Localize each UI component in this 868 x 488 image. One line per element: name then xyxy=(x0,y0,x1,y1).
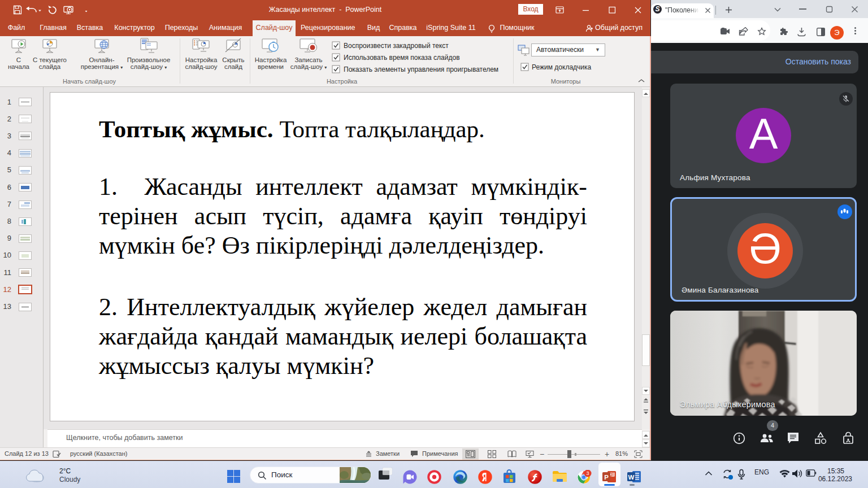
svg-text:3: 3 xyxy=(586,470,589,476)
svg-text:P: P xyxy=(604,474,609,481)
svg-text:W: W xyxy=(628,474,635,481)
